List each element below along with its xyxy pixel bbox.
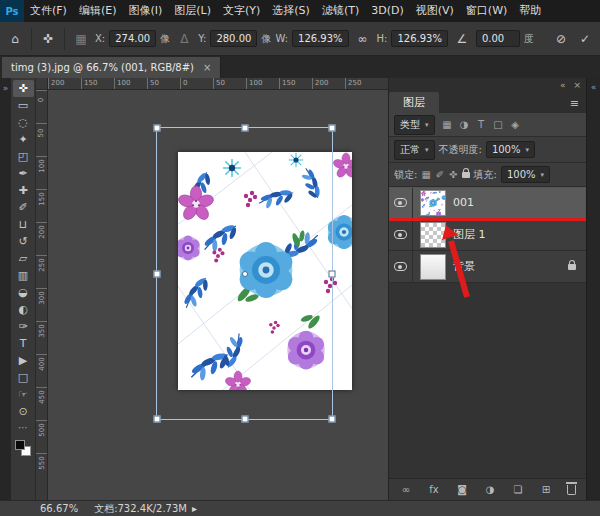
zoom-tool[interactable]: ⊙	[13, 403, 34, 420]
layer-row-layer1[interactable]: 图层 1	[389, 219, 586, 251]
gradient-tool[interactable]: ▥	[13, 267, 34, 284]
layer-name[interactable]: 背景	[453, 259, 475, 274]
close-panel-icon[interactable]: ×	[573, 80, 581, 90]
menu-item-7[interactable]: 3D(D)	[365, 0, 410, 22]
app-logo[interactable]: Ps	[0, 0, 24, 22]
history-brush-tool[interactable]: ↺	[13, 233, 34, 250]
toolbar-collapse-icon[interactable]: »	[3, 83, 9, 93]
hand-tool[interactable]: ☞	[13, 386, 34, 403]
filter-type-select[interactable]: 类型 ▾	[394, 115, 435, 135]
visibility-toggle[interactable]	[389, 219, 413, 250]
lasso-tool[interactable]: ◌	[13, 114, 34, 131]
layer-name[interactable]: 图层 1	[453, 227, 486, 242]
smart-object-filter-icon[interactable]: ◈	[509, 119, 522, 130]
brush-tool[interactable]: ✐	[13, 199, 34, 216]
lock-transparent-pixels-icon[interactable]: ▦	[421, 169, 430, 180]
maintain-aspect-ratio-icon[interactable]: ∞	[353, 29, 373, 49]
transform-handle-top-middle[interactable]	[241, 125, 248, 132]
pen-tool[interactable]: ✑	[13, 318, 34, 335]
dodge-tool[interactable]: ◐	[13, 301, 34, 318]
lock-all-icon[interactable]	[462, 172, 470, 178]
transform-handle-middle-left[interactable]	[154, 270, 161, 277]
menu-item-2[interactable]: 图像(I)	[122, 0, 168, 22]
opacity-select[interactable]: 100% ▾	[486, 141, 535, 158]
fill-select[interactable]: 100% ▾	[501, 166, 550, 183]
visibility-toggle[interactable]	[389, 251, 413, 282]
menu-item-4[interactable]: 文字(Y)	[217, 0, 266, 22]
new-layer-icon[interactable]: ⊞	[539, 484, 553, 495]
layer-row-background[interactable]: 背景	[389, 251, 586, 283]
foreground-color-swatch[interactable]	[15, 440, 25, 450]
layer-thumbnail[interactable]	[420, 190, 446, 216]
tab-layers[interactable]: 图层	[389, 92, 439, 113]
close-document-icon[interactable]: ×	[203, 62, 211, 73]
adjustment-filter-icon[interactable]: ◑	[458, 119, 471, 130]
type-filter-icon[interactable]: T	[475, 119, 488, 130]
menu-item-10[interactable]: 帮助	[513, 0, 547, 22]
menu-item-1[interactable]: 编辑(E)	[73, 0, 123, 22]
quick-selection-tool[interactable]: ✦	[13, 131, 34, 148]
healing-brush-tool[interactable]: ✚	[13, 182, 34, 199]
layer-row-001[interactable]: 001	[389, 187, 586, 219]
blend-mode-select[interactable]: 正常 ▾	[394, 140, 435, 160]
transform-handle-middle-right[interactable]	[329, 270, 336, 277]
ruler-corner[interactable]	[36, 78, 48, 90]
path-selection-tool[interactable]: ▶	[13, 352, 34, 369]
menu-item-3[interactable]: 图层(L)	[168, 0, 217, 22]
width-input[interactable]: 126.93%	[292, 30, 349, 47]
move-tool[interactable]: ✜	[13, 80, 34, 97]
relative-position-icon[interactable]: Δ	[174, 29, 194, 49]
angle-input[interactable]: 0.00	[476, 30, 520, 47]
canvas-area[interactable]: 20015010050050100150200250 0501001502002…	[36, 78, 388, 500]
layer-thumbnail[interactable]	[420, 254, 446, 280]
document-image[interactable]	[178, 152, 352, 390]
type-tool[interactable]: T	[13, 335, 34, 352]
home-icon[interactable]: ⌂	[5, 29, 25, 49]
zoom-level[interactable]: 66.67%	[40, 503, 78, 514]
height-input[interactable]: 126.93%	[391, 30, 448, 47]
collapse-panel-icon[interactable]: «	[560, 80, 566, 90]
delete-layer-icon[interactable]	[567, 485, 576, 495]
menu-item-9[interactable]: 窗口(W)	[460, 0, 513, 22]
x-input[interactable]: 274.00	[109, 30, 156, 47]
document-tab[interactable]: timg (3).jpg @ 66.7% (001, RGB/8#) ×	[2, 57, 221, 78]
color-swatches[interactable]	[15, 440, 31, 456]
transform-reference-point[interactable]	[242, 271, 248, 277]
layer-thumbnail[interactable]	[420, 222, 446, 248]
rectangle-tool[interactable]: □	[13, 369, 34, 386]
shape-filter-icon[interactable]: □	[492, 119, 505, 130]
layer-effects-icon[interactable]: fx	[427, 484, 441, 495]
menu-item-0[interactable]: 文件(F)	[24, 0, 73, 22]
clone-stamp-tool[interactable]: ⊔	[13, 216, 34, 233]
menu-item-6[interactable]: 滤镜(T)	[316, 0, 365, 22]
transform-handle-bottom-middle[interactable]	[241, 416, 248, 423]
y-input[interactable]: 280.00	[210, 30, 257, 47]
visibility-toggle[interactable]	[389, 187, 413, 218]
blur-tool[interactable]: ◒	[13, 284, 34, 301]
commit-transform-icon[interactable]: ✓	[575, 29, 595, 49]
pixel-filter-icon[interactable]: ▦	[441, 119, 454, 130]
transform-handle-bottom-right[interactable]	[329, 416, 336, 423]
menu-item-8[interactable]: 视图(V)	[410, 0, 460, 22]
eyedropper-tool[interactable]: ✒	[13, 165, 34, 182]
crop-tool[interactable]: ◰	[13, 148, 34, 165]
lock-image-pixels-icon[interactable]: ✐	[436, 169, 444, 180]
status-chevron-icon[interactable]: ▸	[192, 503, 197, 514]
transform-handle-top-left[interactable]	[154, 125, 161, 132]
transform-handle-top-right[interactable]	[329, 125, 336, 132]
layer-mask-icon[interactable]: ◙	[455, 484, 469, 495]
eraser-tool[interactable]: ▱	[13, 250, 34, 267]
edit-toolbar-icon[interactable]: ⋯	[18, 422, 28, 433]
link-layers-icon[interactable]: ∞	[399, 484, 413, 495]
adjustment-layer-icon[interactable]: ◑	[483, 484, 497, 495]
panel-menu-icon[interactable]: ≡	[563, 97, 586, 113]
transform-handle-bottom-left[interactable]	[154, 416, 161, 423]
dock-collapse-icon[interactable]: «	[591, 82, 597, 92]
new-group-icon[interactable]: ❏	[511, 484, 525, 495]
lock-position-icon[interactable]: ✜	[449, 169, 457, 180]
layer-name[interactable]: 001	[453, 196, 474, 209]
marquee-tool[interactable]: ▭	[13, 97, 34, 114]
cancel-transform-icon[interactable]: ⊘	[551, 29, 571, 49]
move-tool-option-icon[interactable]: ✜	[38, 29, 58, 49]
menu-item-5[interactable]: 选择(S)	[266, 0, 316, 22]
